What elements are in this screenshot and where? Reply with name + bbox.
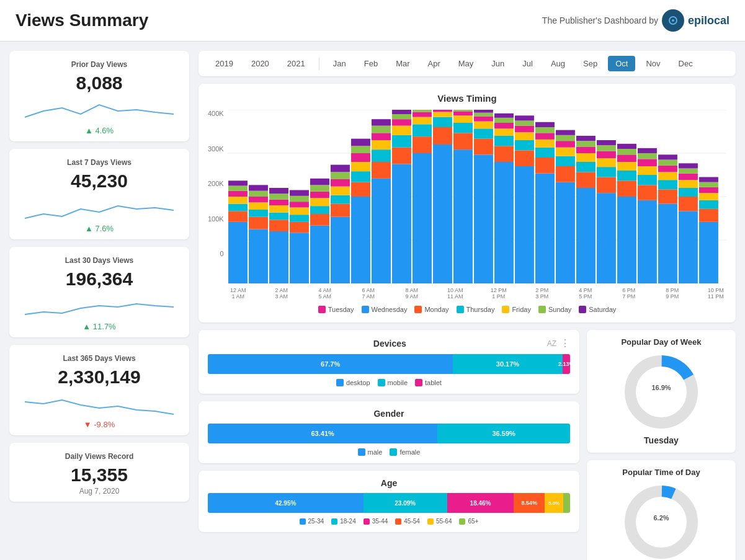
- svg-rect-137: [617, 197, 636, 283]
- svg-rect-129: [576, 136, 596, 141]
- stat-change-365days: ▼ -9.8%: [20, 420, 178, 429]
- month-btn-aug[interactable]: Aug: [543, 56, 573, 71]
- brand-name: epilocal: [688, 14, 729, 27]
- svg-rect-57: [372, 179, 391, 283]
- svg-rect-105: [515, 132, 534, 140]
- brand-logo: [662, 9, 684, 32]
- stat-title-30days: Last 30 Days Views: [20, 256, 178, 265]
- sparkline-365days: [25, 393, 174, 417]
- segment-tablet: 2.13%: [563, 354, 570, 374]
- svg-rect-103: [515, 150, 534, 166]
- stat-card-365days: Last 365 Days Views 2,330,149 ▼ -9.8%: [9, 345, 189, 435]
- svg-rect-152: [658, 189, 677, 203]
- month-btn-oct[interactable]: Oct: [608, 56, 635, 71]
- y-label-300k: 300K: [208, 145, 224, 153]
- svg-text:16.9%: 16.9%: [651, 384, 671, 391]
- svg-rect-91: [474, 122, 493, 129]
- month-btn-dec[interactable]: Dec: [671, 56, 700, 71]
- svg-rect-115: [535, 122, 555, 127]
- az-icon[interactable]: AZ: [547, 339, 556, 348]
- svg-rect-99: [494, 123, 514, 128]
- svg-rect-90: [474, 128, 493, 138]
- y-label-200k: 200K: [208, 180, 224, 187]
- svg-rect-139: [617, 171, 636, 180]
- svg-rect-36: [310, 226, 329, 283]
- month-btn-jun[interactable]: Jun: [484, 56, 512, 71]
- chart-area: 12 AM1 AM 2 AM3 AM 4 AM5 AM 6 AM7 AM 8 A…: [228, 110, 726, 300]
- svg-rect-133: [597, 158, 616, 167]
- svg-rect-147: [638, 166, 657, 175]
- svg-rect-168: [699, 193, 718, 200]
- stat-date-record: Aug 7, 2020: [20, 487, 178, 496]
- popular-time-card: Popular Time of Day 6.2% 10h: [587, 460, 736, 560]
- svg-rect-63: [372, 119, 391, 126]
- svg-rect-155: [658, 166, 677, 172]
- svg-rect-94: [474, 110, 493, 113]
- x-axis: 12 AM1 AM 2 AM3 AM 4 AM5 AM 6 AM7 AM 8 A…: [228, 287, 726, 300]
- month-btn-jul[interactable]: Jul: [515, 56, 540, 71]
- svg-rect-55: [351, 146, 370, 153]
- svg-rect-83: [453, 133, 473, 149]
- svg-rect-122: [556, 130, 575, 135]
- svg-rect-48: [331, 172, 350, 179]
- svg-rect-163: [679, 169, 698, 174]
- svg-rect-72: [413, 136, 432, 153]
- month-btn-feb[interactable]: Feb: [357, 56, 385, 71]
- svg-rect-97: [494, 136, 514, 146]
- svg-rect-58: [372, 162, 391, 179]
- svg-rect-56: [351, 139, 370, 146]
- more-icon[interactable]: ⋮: [560, 337, 570, 349]
- svg-rect-11: [228, 197, 248, 204]
- month-btn-may[interactable]: May: [451, 56, 481, 71]
- stat-card-prior-day: Prior Day Views 8,088 ▲ 4.6%: [9, 51, 189, 141]
- time-divider: [319, 58, 319, 70]
- views-timing-svg: [228, 110, 726, 283]
- svg-rect-45: [331, 195, 350, 204]
- svg-rect-104: [515, 140, 534, 150]
- svg-rect-74: [413, 117, 432, 125]
- svg-rect-87: [453, 110, 473, 111]
- month-btn-apr[interactable]: Apr: [421, 56, 448, 71]
- svg-rect-52: [351, 171, 370, 182]
- svg-rect-85: [453, 115, 473, 123]
- year-btn-2019[interactable]: 2019: [208, 56, 241, 71]
- page-title: Views Summary: [16, 11, 148, 30]
- stat-title-7days: Last 7 Days Views: [20, 158, 178, 167]
- sparkline-prior-day: [25, 99, 174, 123]
- svg-rect-24: [269, 213, 288, 220]
- header: Views Summary The Publisher's Dashboard …: [0, 0, 745, 42]
- svg-rect-123: [576, 188, 596, 283]
- svg-rect-144: [638, 200, 657, 283]
- bar-12am: [228, 180, 248, 283]
- age-bar: 42.95% 23.09% 18.46% 8.54% 5.0%: [208, 493, 570, 513]
- svg-rect-132: [597, 167, 616, 177]
- y-label-400k: 400K: [208, 110, 224, 117]
- year-btn-2020[interactable]: 2020: [244, 56, 277, 71]
- svg-rect-131: [597, 177, 616, 193]
- svg-rect-8: [228, 222, 248, 283]
- svg-rect-59: [372, 149, 391, 162]
- month-btn-sep[interactable]: Sep: [576, 56, 605, 71]
- svg-rect-18: [249, 202, 268, 210]
- svg-rect-54: [351, 153, 370, 162]
- month-btn-mar[interactable]: Mar: [388, 56, 417, 71]
- svg-rect-22: [269, 231, 288, 283]
- svg-rect-80: [433, 112, 452, 117]
- svg-point-175: [630, 491, 692, 553]
- month-btn-nov[interactable]: Nov: [638, 56, 667, 71]
- svg-rect-151: [658, 204, 677, 283]
- popular-day-card: Popular Day of Week 16.9% Tuesday: [587, 330, 736, 453]
- svg-rect-171: [699, 177, 718, 182]
- month-btn-jan[interactable]: Jan: [326, 56, 354, 71]
- svg-rect-111: [535, 148, 555, 158]
- views-timing-card: Views Timing 400K 300K 200K 100K 0: [199, 84, 736, 322]
- stat-value-30days: 196,364: [20, 269, 178, 290]
- svg-point-2: [672, 19, 674, 22]
- svg-rect-13: [228, 186, 248, 191]
- year-btn-2021[interactable]: 2021: [280, 56, 313, 71]
- svg-rect-145: [638, 185, 657, 200]
- gender-bar: 63.41% 36.59%: [208, 424, 570, 443]
- y-label-0: 0: [220, 250, 224, 257]
- segment-35-44: 18.46%: [447, 493, 514, 513]
- svg-rect-81: [433, 110, 452, 112]
